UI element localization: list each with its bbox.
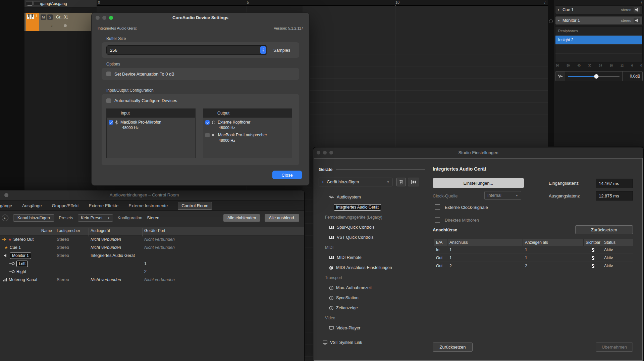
output-device-row[interactable]: Externe Kopfhörer	[203, 120, 292, 125]
table-row[interactable]: In 1 1 ✓ Aktiv	[434, 246, 633, 254]
settings-button[interactable]: Einstellungen...	[433, 178, 524, 188]
delete-device-button[interactable]	[396, 178, 406, 186]
table-row[interactable]: ★ Stereo Out Stereo Nicht verbunden Nich…	[0, 235, 304, 243]
device-checkbox-checked[interactable]	[109, 120, 113, 125]
device-rate: 48000 Hz	[203, 138, 292, 143]
direct-monitoring-checkbox[interactable]	[435, 217, 440, 223]
devices-heading-row: Geräte	[319, 167, 425, 172]
add-channel-button[interactable]: Kanal hinzufügen	[13, 214, 54, 222]
external-clock-checkbox[interactable]	[435, 205, 440, 210]
monitor-mode: stereo	[621, 18, 631, 22]
visible-checkbox[interactable]: ✓	[592, 264, 594, 268]
dialog-titlebar[interactable]: CoreAudio Device Settings	[92, 13, 309, 23]
tree-item-selected[interactable]: Integriertes Audio Gerät	[320, 202, 425, 212]
chevron-down-icon[interactable]: ▼	[557, 19, 560, 22]
output-device-row[interactable]: MacBook Pro-Lautsprecher	[203, 132, 292, 138]
track-row[interactable]: 1 M S Gr...01 ♪	[24, 13, 97, 31]
tree-item-midi-anschluss[interactable]: MIDI-Anschluss-Einstellungen	[320, 263, 425, 273]
vertical-scrollbar[interactable]	[548, 0, 554, 146]
speaker-icon	[212, 133, 216, 137]
tree-item-spur-quick-controls[interactable]: Spur-Quick Controls	[320, 222, 425, 232]
table-row[interactable]: ★ Cue 1 Stereo Nicht verbunden Nicht ver…	[0, 243, 304, 252]
monitor-dot-icon[interactable]	[64, 24, 67, 27]
track-name[interactable]: Gr...01	[56, 15, 68, 19]
tree-item-vst-quick-controls[interactable]: VST Quick Controls	[320, 232, 425, 242]
window-titlebar[interactable]: Audioverbindungen – Control Room	[0, 190, 304, 199]
tab-externe-effekte[interactable]: Externe Effekte	[89, 203, 119, 208]
volume-slider[interactable]	[565, 72, 622, 81]
attenuation-checkbox[interactable]	[106, 72, 111, 76]
list-item[interactable]: Realphones	[555, 27, 642, 36]
table-row[interactable]: Right 2	[0, 268, 304, 276]
apply-button[interactable]: Übernehmen	[596, 343, 633, 352]
solo-button[interactable]: S	[47, 14, 53, 20]
tree-item-zeitanzeige[interactable]: Zeitanzeige	[320, 303, 425, 313]
window-titlebar[interactable]: Studio-Einstellungen	[313, 147, 643, 158]
reset-ports-button[interactable]: Zurücksetzen	[575, 225, 633, 234]
tab-ausgaenge[interactable]: Ausgänge	[22, 203, 42, 208]
edit-icon[interactable]: /	[641, 0, 642, 5]
chevron-down-icon: ▼	[107, 217, 110, 220]
column-lautsprecher: Lautsprecher	[57, 228, 80, 233]
device-checkbox-checked[interactable]	[205, 120, 210, 125]
panel-list-icon[interactable]	[34, 1, 40, 5]
stepper-icon[interactable]: ▲▼	[260, 46, 266, 54]
device-checkbox-unchecked[interactable]	[205, 133, 210, 137]
note-icon[interactable]: ♪	[51, 23, 53, 28]
slider-knob[interactable]	[594, 74, 598, 79]
star-icon: ★	[8, 235, 12, 243]
table-row[interactable]: Left 1	[0, 260, 304, 268]
speaker-icon[interactable]	[634, 18, 640, 23]
clock-source-select[interactable]: Internal ▼	[484, 191, 521, 200]
tree-item-vst-system-link[interactable]: VST System Link	[315, 337, 362, 348]
add-device-select[interactable]: + Gerät hinzufügen ▼	[319, 178, 392, 186]
table-row[interactable]: Metering-Kanal Stereo Nicht verbunden Ni…	[0, 276, 304, 284]
speaker-icon[interactable]	[634, 7, 640, 12]
monitor-name: Monitor 1	[562, 18, 580, 23]
tree-item-max-aufnahmezeit[interactable]: Max. Aufnahmezeit	[320, 283, 425, 293]
monitor-channel-header[interactable]: ▼ Monitor 1 stereo	[555, 16, 643, 25]
meter-mark: 6	[631, 64, 633, 67]
close-button[interactable]: Close	[272, 171, 302, 179]
collapse-all-button[interactable]	[408, 178, 419, 186]
panel-grid-icon[interactable]	[26, 1, 33, 5]
table-row-selected[interactable]: Monitor 1 Stereo Integriertes Audio Gerä…	[0, 252, 304, 260]
table-row[interactable]: Out 2 2 ✓ Aktiv	[434, 262, 633, 270]
expand-all-icon[interactable]: ▸	[2, 215, 8, 221]
channel-name: Left	[16, 261, 28, 267]
track-color-strip: 1	[26, 13, 39, 31]
scroll-handle-icon[interactable]	[549, 19, 553, 23]
visible-checkbox[interactable]: ✓	[592, 256, 594, 260]
list-item-empty[interactable]	[555, 45, 642, 54]
meter-mark: 24	[599, 64, 602, 67]
tree-item-syncstation[interactable]: SyncStation	[320, 293, 425, 303]
device-rate: 48000 Hz	[107, 125, 195, 131]
mute-button[interactable]: M	[41, 14, 46, 20]
reset-bottom-button[interactable]: Zurücksetzen	[433, 343, 473, 352]
tab-gruppe-effekt[interactable]: Gruppe/Effekt	[52, 203, 79, 208]
auto-configure-checkbox[interactable]	[106, 98, 111, 103]
buffer-size-select[interactable]: 256 ▲▼	[106, 45, 267, 55]
input-device-row[interactable]: MacBook Pro-Mikrofon	[107, 120, 195, 125]
cue-channel-header[interactable]: ► Cue 1 stereo	[555, 5, 643, 14]
list-item-empty[interactable]	[555, 54, 642, 62]
visible-checkbox[interactable]: ✓	[592, 248, 594, 252]
tree-item-video-player[interactable]: Video-Player	[320, 323, 425, 333]
tab-eingaenge[interactable]: Eingänge	[0, 203, 12, 208]
pencil-icon[interactable]: /	[544, 0, 545, 5]
preset-select[interactable]: Kein Preset ▼	[78, 214, 113, 222]
tab-control-room[interactable]: Control Room	[178, 202, 212, 210]
mic-icon	[115, 120, 118, 125]
column-geraete-port: Geräte-Port	[144, 228, 165, 233]
hide-all-button[interactable]: Alle ausblend.	[265, 214, 299, 222]
configuration-value[interactable]: Stereo	[147, 216, 159, 220]
timeline-ruler[interactable]: 0 5 10 /	[97, 0, 548, 6]
table-row[interactable]: Out 1 1 ✓ Aktiv	[434, 254, 633, 262]
options-label: Options	[106, 62, 120, 66]
chevron-right-icon[interactable]: ►	[557, 8, 560, 11]
tree-item-midi-remote[interactable]: MIDI Remote	[320, 253, 425, 263]
list-item-selected[interactable]: Insight 2	[555, 36, 642, 45]
tab-externe-instrumente[interactable]: Externe Instrumente	[128, 203, 168, 208]
show-all-button[interactable]: Alle einblenden	[223, 214, 260, 222]
tree-item-audiosystem[interactable]: Audiosystem	[320, 192, 425, 202]
